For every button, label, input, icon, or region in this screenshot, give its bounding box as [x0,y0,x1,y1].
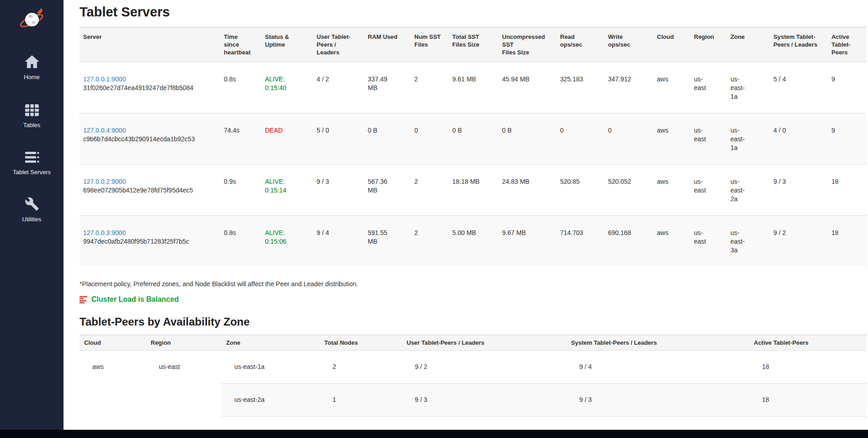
ram-used-cell: 567.36 MB [364,165,411,216]
server-uuid: 698ee072905b412e9e78fd75f95d4ec5 [83,186,217,195]
status-label: ALIVE: [265,75,305,84]
ram-used-cell: 0 B [364,113,411,165]
active-peers-cell: 18 [828,165,867,216]
server-link[interactable]: 127.0.0.1:9000 [83,75,126,83]
col-zone: Zone [222,335,320,351]
write-ops-cell: 347.912 [604,62,653,113]
col-active-peers: Active Tablet-Peers [749,335,867,351]
uncompressed-sst-cell: 0 B [498,113,556,165]
tserver-row: 127.0.0.4:9000 c9b6b7d4cbcc43b290914ecda… [79,113,867,165]
uncompressed-sst-cell: 9.67 MB [498,216,556,267]
active-peers-cell: 18 [749,351,867,384]
status-cell: ALIVE: 0:15:14 [261,165,313,216]
sidebar-item-tables[interactable]: Tables [0,103,64,128]
user-peers-cell: 9 / 2 [402,351,566,384]
read-ops-cell: 520.85 [556,165,604,216]
user-peers-cell: 5 / 0 [313,113,364,165]
placement-footnote: *Placement policy, Preferred zones, and … [79,280,868,288]
heartbeat-cell: 0.8s [220,216,261,267]
server-cell: 127.0.0.4:9000 c9b6b7d4cbcc43b290914ecda… [79,113,220,165]
col-status-uptime: Status & Uptime [261,27,313,62]
sidebar-item-label: Tables [0,122,64,128]
planet-rocket-logo[interactable] [19,5,45,33]
num-sst-cell: 2 [411,62,449,113]
system-peers-cell: 5 / 4 [770,62,828,113]
sidebar-item-home[interactable]: Home [0,54,64,80]
read-ops-cell: 714.703 [556,216,604,267]
tserver-row: 127.0.0.3:9000 9947dec0afb2480f95b71283f… [79,216,867,267]
uptime-label: 0:15:14 [265,186,305,195]
col-region: Region [690,27,727,62]
tablet-servers-icon [0,150,64,166]
server-link[interactable]: 127.0.0.4:9000 [83,127,126,134]
tserver-row: 127.0.0.1:9000 31f0260e27d74ea4919247de7… [79,62,867,113]
status-label: ALIVE: [265,229,305,237]
page-title: Tablet Servers [79,5,868,20]
status-cell: ALIVE: 0:15:40 [261,62,313,113]
cloud-cell: aws [653,62,690,113]
cloud-cell: aws [79,351,146,438]
col-user-peers: User Tablet-Peers / Leaders [313,27,364,62]
home-icon [0,54,64,70]
ram-used-cell: 591.55 MB [364,216,411,267]
col-zone: Zone [727,27,770,62]
main-content: Tablet Servers Server Time since heartbe… [64,0,868,438]
sidebar-item-tablet-servers[interactable]: Tablet Servers [0,150,64,176]
uptime-label: 0:15:06 [265,237,305,246]
sidebar-item-label: Tablet Servers [0,169,64,176]
server-link[interactable]: 127.0.0.3:9000 [83,229,126,236]
sidebar-item-utilities[interactable]: Utilities [0,197,64,223]
col-region: Region [146,335,222,351]
total-nodes-cell: 1 [320,384,402,417]
total-sst-cell: 18.18 MB [449,165,498,216]
sidebar: Home Tables [0,0,64,438]
az-table: Cloud Region Zone Total Nodes User Table… [79,335,867,438]
sidebar-item-label: Utilities [0,216,64,223]
user-peers-cell: 9 / 4 [313,216,364,267]
col-total-sst: Total SST Files Size [449,27,498,62]
system-peers-cell: 9 / 4 [566,351,749,384]
zone-cell: us-east-1a [222,351,320,384]
tablet-servers-table: Server Time since heartbeat Status & Upt… [79,27,867,267]
zone-cell: us-east-1a [727,62,770,113]
active-peers-cell: 18 [828,216,867,267]
col-write-ops: Write ops/sec [604,27,653,62]
col-system-peers: System Tablet-Peers / Leaders [770,27,828,62]
write-ops-cell: 520.052 [604,165,653,216]
system-peers-cell: 9 / 3 [566,384,749,417]
uncompressed-sst-cell: 45.94 MB [498,62,556,113]
server-link[interactable]: 127.0.0.2:9000 [83,178,126,185]
tserver-row: 127.0.0.2:9000 698ee072905b412e9e78fd75f… [79,165,867,216]
region-cell: us-east [146,351,222,438]
az-section-title: Tablet-Peers by Availability Zone [79,315,868,328]
tablet-servers-header-row: Server Time since heartbeat Status & Upt… [79,27,867,62]
utilities-icon [0,197,64,213]
zone-cell: us-east-3a [727,216,770,267]
server-cell: 127.0.0.1:9000 31f0260e27d74ea4919247de7… [79,62,220,113]
total-sst-cell: 0 B [449,113,498,165]
region-cell: us-east [690,165,727,216]
system-peers-cell: 4 / 0 [770,113,828,165]
active-peers-cell: 9 [828,113,867,165]
ram-used-cell: 337.49 MB [364,62,411,113]
heartbeat-cell: 0.9s [220,165,261,216]
col-num-sst: Num SST Files [411,27,449,62]
col-server: Server [79,27,220,62]
read-ops-cell: 325.183 [556,62,604,113]
col-active-peers: Active Tablet-Peers [828,27,867,62]
read-ops-cell: 0 [556,113,604,165]
col-system-peers: System Tablet-Peers / Leaders [566,335,749,351]
system-peers-cell: 9 / 2 [770,216,828,267]
uncompressed-sst-cell: 24.83 MB [498,165,556,216]
cluster-load-label: Cluster Load is Balanced [91,295,179,304]
status-label: ALIVE: [265,177,305,186]
cloud-cell: aws [653,216,690,267]
server-uuid: 9947dec0afb2480f95b71283f25f7b5c [83,237,217,246]
system-peers-cell: 9 / 3 [770,165,828,216]
cluster-load-status: Cluster Load is Balanced [79,295,868,304]
write-ops-cell: 0 [604,113,653,165]
col-read-ops: Read ops/sec [556,27,604,62]
zone-cell: us-east-2a [727,165,770,216]
user-peers-cell: 9 / 3 [313,165,364,216]
sidebar-item-label: Home [0,74,64,80]
